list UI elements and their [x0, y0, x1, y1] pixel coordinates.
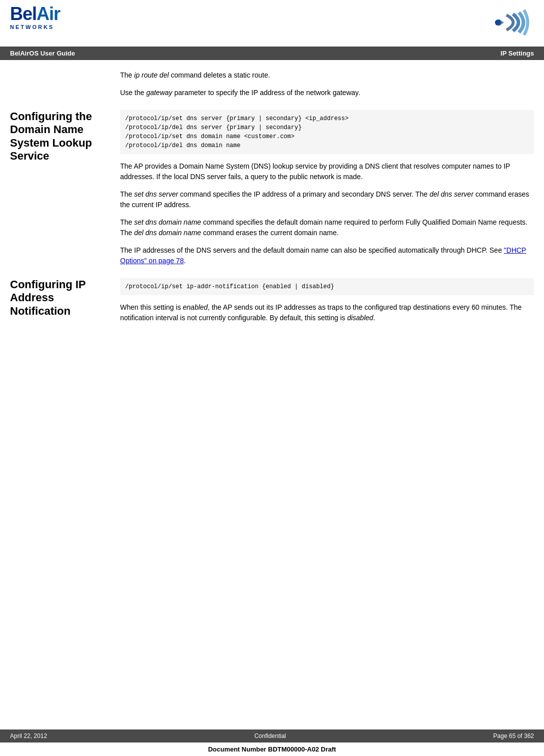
section2-content: /protocol/ip/set ip-addr-notification {e… [115, 278, 534, 330]
intro-right-col: The ip route del command deletes a stati… [115, 70, 534, 105]
logo-networks: NETWORKS [10, 24, 60, 30]
section2-title: Configuring IP Address Notification [10, 278, 105, 318]
dhcp-options-link[interactable]: "DHCP Options" on page 78 [120, 246, 526, 265]
term-set-dns-server: set dns server [134, 190, 178, 198]
header-logo-icon [489, 5, 534, 42]
section2-heading: Configuring IP Address Notification [10, 278, 115, 330]
section1-heading: Configuring the Domain Name System Looku… [10, 110, 115, 273]
logo-bel: Bel [10, 4, 37, 24]
footer-doc-number: Document Number BDTM00000-A02 Draft [0, 742, 544, 756]
section1-para-2: The set dns server command specifies the… [120, 189, 534, 210]
footer-page: Page 65 of 362 [493, 732, 534, 739]
svg-marker-2 [499, 19, 504, 26]
term-enabled: enabled [183, 303, 208, 311]
footer-confidential: Confidential [254, 732, 286, 739]
intro-section: The ip route del command deletes a stati… [0, 60, 544, 105]
term-disabled: disabled [347, 314, 373, 322]
section1-para-4: The IP addresses of the DNS servers and … [120, 245, 534, 266]
section1: Configuring the Domain Name System Looku… [0, 105, 544, 273]
logo-air: Air [37, 4, 60, 24]
footer-date: April 22, 2012 [10, 732, 47, 739]
section1-content: /protocol/ip/set dns server {primary | s… [115, 110, 534, 273]
intro-left-col [10, 70, 115, 105]
nav-bar-title: BelAirOS User Guide [10, 50, 75, 57]
section1-para-3: The set dns domain name command specifie… [120, 217, 534, 238]
intro-para-1: The ip route del command deletes a stati… [120, 70, 534, 81]
footer-bar: April 22, 2012 Confidential Page 65 of 3… [0, 729, 544, 742]
header: BelAir NETWORKS [0, 0, 544, 44]
section1-para-1: The AP provides a Domain Name System (DN… [120, 161, 534, 182]
section2: Configuring IP Address Notification /pro… [0, 273, 544, 330]
term-set-dns-domain: set dns domain name [134, 218, 201, 226]
term-ip-route-del: ip route del [134, 71, 169, 79]
section2-para-1: When this setting is enabled, the AP sen… [120, 302, 534, 323]
intro-para-2: Use the gateway parameter to specify the… [120, 88, 534, 98]
term-del-dns-server: del dns server [429, 190, 473, 198]
nav-bar: BelAirOS User Guide IP Settings [0, 47, 544, 60]
logo-area: BelAir NETWORKS [10, 5, 60, 30]
section1-title: Configuring the Domain Name System Looku… [10, 110, 105, 163]
term-gateway: gateway [146, 89, 172, 97]
brand-icon [489, 5, 534, 40]
footer: April 22, 2012 Confidential Page 65 of 3… [0, 729, 544, 756]
nav-bar-section: IP Settings [500, 50, 534, 57]
section2-code: /protocol/ip/set ip-addr-notification {e… [120, 278, 534, 295]
term-del-dns-domain: del dns domain name [134, 229, 201, 237]
section1-code: /protocol/ip/set dns server {primary | s… [120, 110, 534, 154]
belair-logo: BelAir [10, 5, 60, 23]
